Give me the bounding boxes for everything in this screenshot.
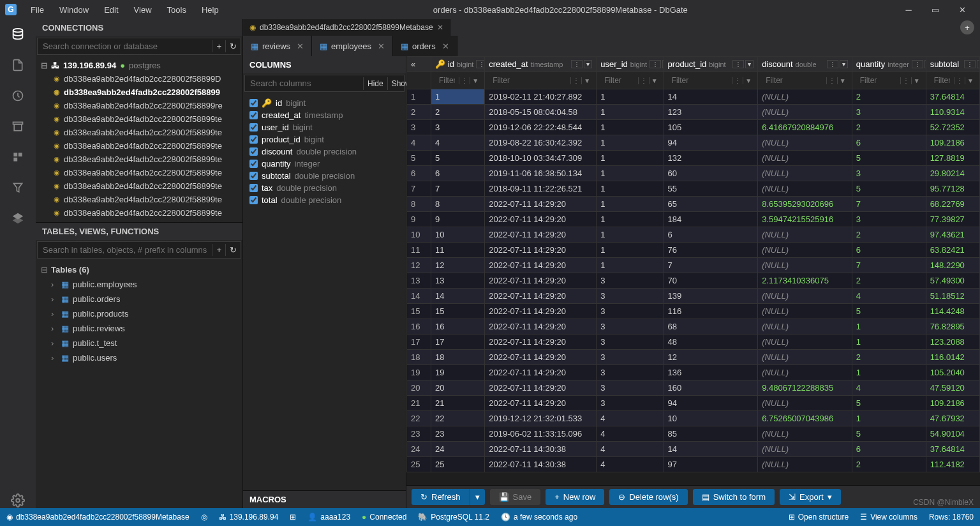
- database-icon[interactable]: [10, 27, 26, 42]
- tab-orders[interactable]: ▦orders✕: [393, 36, 457, 56]
- history-icon[interactable]: [10, 88, 26, 103]
- menu-view[interactable]: View: [128, 3, 158, 17]
- table-node[interactable]: › ▦ public.orders: [36, 292, 242, 306]
- column-checkbox[interactable]: [249, 99, 258, 107]
- table-node[interactable]: › ▦ public.reviews: [36, 321, 242, 336]
- table-row[interactable]: 772018-09-11 11:22:26.521155(NULL)595.77…: [407, 181, 980, 197]
- minimize-button[interactable]: ─: [896, 1, 921, 19]
- database-node[interactable]: ◉ db338ea9abb2ed4fadb2cc228002f58899te: [36, 112, 242, 126]
- table-node[interactable]: › ▦ public.t_test: [36, 336, 242, 350]
- menu-tools[interactable]: Tools: [161, 3, 193, 17]
- table-node[interactable]: › ▦ public.products: [36, 306, 242, 321]
- column-checkbox[interactable]: [249, 184, 258, 192]
- database-node[interactable]: ◉ db338ea9abb2ed4fadb2cc228002f58899D: [36, 72, 242, 86]
- filter-input[interactable]: [762, 74, 826, 87]
- column-row[interactable]: quantity integer: [249, 158, 399, 170]
- table-row[interactable]: 15152022-07-11 14:29:203116(NULL)5114.42…: [407, 304, 980, 319]
- database-node[interactable]: ◉ db338ea9abb2ed4fadb2cc228002f58899te: [36, 193, 242, 206]
- table-row[interactable]: 17172022-07-11 14:29:20348(NULL)1123.208…: [407, 334, 980, 350]
- filter-input[interactable]: [856, 74, 900, 87]
- columns-search-input[interactable]: [245, 75, 363, 91]
- database-tab[interactable]: ◉ db338ea9abb2ed4fadb2cc228002f58899Meta…: [243, 19, 450, 36]
- table-row[interactable]: 20202022-07-11 14:29:2031609.48067122288…: [407, 380, 980, 396]
- filter-input[interactable]: [668, 74, 732, 87]
- status-user[interactable]: 👤 aaaa123: [308, 513, 350, 522]
- status-database[interactable]: ◉ db338ea9abb2ed4fadb2cc228002f58899Meta…: [6, 513, 189, 522]
- menu-file[interactable]: File: [24, 3, 50, 17]
- open-structure-button[interactable]: ⊞ Open structure: [789, 513, 849, 522]
- close-icon[interactable]: ✕: [442, 41, 449, 51]
- database-node[interactable]: ◉ db338ea9abb2ed4fadb2cc228002f58899te: [36, 206, 242, 220]
- column-checkbox[interactable]: [249, 135, 258, 144]
- extensions-icon[interactable]: [10, 149, 26, 165]
- column-row[interactable]: 🔑 id bigint: [249, 97, 399, 109]
- collapse-button[interactable]: «: [407, 57, 431, 72]
- column-header-quantity[interactable]: quantity integer⋮▾: [852, 57, 926, 72]
- save-button[interactable]: 💾 Save: [490, 489, 541, 505]
- column-row[interactable]: total double precision: [249, 194, 399, 206]
- filter-input[interactable]: [600, 74, 637, 87]
- table-row[interactable]: 16162022-07-11 14:29:20368(NULL)176.8289…: [407, 319, 980, 334]
- table-row[interactable]: 24242022-07-11 14:30:38414(NULL)637.6481…: [407, 442, 980, 457]
- maximize-button[interactable]: ▭: [923, 1, 948, 19]
- menu-help[interactable]: Help: [195, 3, 225, 17]
- column-row[interactable]: discount double precision: [249, 146, 399, 158]
- column-header-created_at[interactable]: created_at timestamp⋮▾: [485, 57, 597, 72]
- filter-input[interactable]: [930, 74, 954, 87]
- table-row[interactable]: 10102022-07-11 14:29:2016(NULL)297.43621: [407, 227, 980, 243]
- table-row[interactable]: 19192022-07-11 14:29:203136(NULL)1105.20…: [407, 365, 980, 380]
- refresh-button[interactable]: ↻ Refresh: [412, 489, 470, 505]
- database-node[interactable]: ◉ db338ea9abb2ed4fadb2cc228002f58899te: [36, 179, 242, 193]
- add-table-button[interactable]: +: [212, 244, 225, 256]
- column-checkbox[interactable]: [249, 172, 258, 180]
- archive-icon[interactable]: [10, 119, 26, 134]
- new-row-button[interactable]: + New row: [546, 489, 604, 505]
- table-row[interactable]: 18182022-07-11 14:29:20312(NULL)2116.014…: [407, 350, 980, 365]
- close-icon[interactable]: ✕: [437, 23, 443, 32]
- table-row[interactable]: 13132022-07-11 14:29:203702.117341033607…: [407, 273, 980, 289]
- layers-icon[interactable]: [10, 211, 26, 226]
- close-icon[interactable]: ✕: [297, 41, 304, 51]
- refresh-connections-button[interactable]: ↻: [225, 40, 241, 52]
- column-row[interactable]: subtotal double precision: [249, 170, 399, 182]
- table-row[interactable]: 552018-10-10 03:34:47.3091132(NULL)5127.…: [407, 151, 980, 166]
- table-row[interactable]: 662019-11-06 16:38:50.134160(NULL)329.80…: [407, 166, 980, 181]
- data-grid[interactable]: «🔑 id bigint⋮▾created_at timestamp⋮▾user…: [406, 56, 980, 472]
- column-row[interactable]: created_at timestamp: [249, 109, 399, 121]
- table-node[interactable]: › ▦ public.users: [36, 350, 242, 365]
- add-connection-button[interactable]: +: [212, 40, 225, 52]
- column-checkbox[interactable]: [249, 123, 258, 132]
- server-node[interactable]: ⊟ 🖧 139.196.89.94 ● postgres: [36, 59, 242, 72]
- menu-window[interactable]: Window: [53, 3, 95, 17]
- table-row[interactable]: 992022-07-11 14:29:2011843.5947421552591…: [407, 212, 980, 227]
- column-checkbox[interactable]: [249, 111, 258, 119]
- column-checkbox[interactable]: [249, 196, 258, 204]
- hide-columns-button[interactable]: Hide: [363, 77, 387, 90]
- menu-edit[interactable]: Edit: [98, 3, 124, 17]
- database-node[interactable]: ◉ db338ea9abb2ed4fadb2cc228002f58899te: [36, 139, 242, 153]
- column-row[interactable]: user_id bigint: [249, 121, 399, 133]
- view-columns-button[interactable]: ☰ View columns: [860, 513, 917, 522]
- status-server[interactable]: 🖧 139.196.89.94: [219, 513, 279, 522]
- tables-group[interactable]: ⊟ Tables (6): [36, 262, 242, 277]
- database-node[interactable]: ◉ db338ea9abb2ed4fadb2cc228002f58899te: [36, 153, 242, 166]
- export-button[interactable]: ⇲ Export ▾: [780, 489, 841, 505]
- table-row[interactable]: 882022-07-11 14:29:201658.65395293020696…: [407, 197, 980, 212]
- column-checkbox[interactable]: [249, 147, 258, 156]
- column-row[interactable]: product_id bigint: [249, 133, 399, 146]
- tables-search-input[interactable]: [38, 242, 212, 258]
- status-server-icon[interactable]: ⊞: [290, 513, 296, 522]
- refresh-dropdown[interactable]: ▾: [470, 489, 485, 505]
- tab-reviews[interactable]: ▦reviews✕: [243, 36, 312, 56]
- database-node[interactable]: ◉ db338ea9abb2ed4fadb2cc228002f58899te: [36, 166, 242, 179]
- column-header-id[interactable]: 🔑 id bigint⋮▾: [431, 57, 484, 72]
- table-row[interactable]: 112019-02-11 21:40:27.892114(NULL)237.64…: [407, 89, 980, 105]
- column-header-subtotal[interactable]: subtotal ⋮▾: [926, 57, 979, 72]
- refresh-tables-button[interactable]: ↻: [225, 244, 241, 256]
- delete-rows-button[interactable]: ⊖ Delete row(s): [609, 489, 687, 505]
- column-header-user_id[interactable]: user_id bigint⋮▾: [597, 57, 664, 72]
- table-row[interactable]: 12122022-07-11 14:29:2017(NULL)7148.2290: [407, 258, 980, 273]
- table-row[interactable]: 14142022-07-11 14:29:203139(NULL)451.185…: [407, 289, 980, 304]
- gear-icon[interactable]: [10, 493, 26, 508]
- close-button[interactable]: ✕: [949, 1, 975, 19]
